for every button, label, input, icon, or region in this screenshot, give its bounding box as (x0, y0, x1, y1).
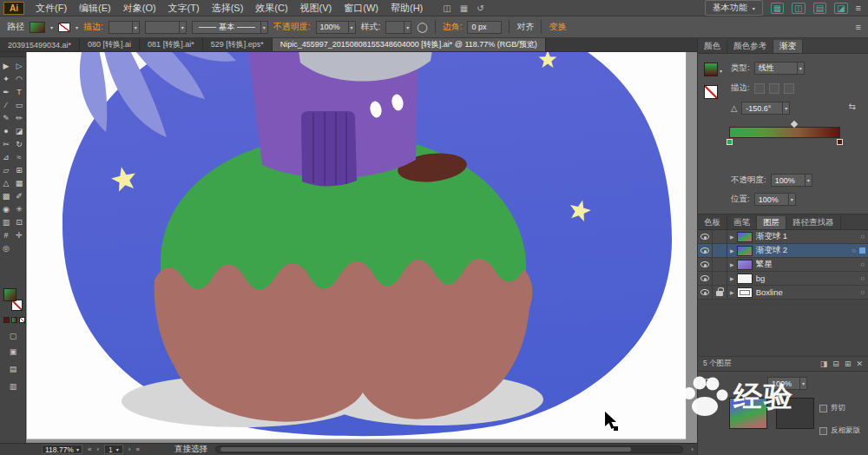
width-tool-icon[interactable]: ≈ (13, 150, 26, 163)
lock-cell[interactable] (713, 230, 727, 244)
mesh-tool-icon[interactable]: ▦ (13, 176, 26, 189)
fill-dropdown-icon[interactable]: ▾ (50, 24, 53, 30)
lock-cell[interactable] (713, 244, 727, 258)
menu-hamburger-icon[interactable]: ≡ (856, 3, 861, 13)
workspace-switcher-button[interactable]: 基本功能 ▾ (705, 0, 763, 16)
selection-tool-icon[interactable]: ▶ (0, 59, 13, 72)
invert-mask-checkbox[interactable]: 反相蒙版 (819, 425, 860, 436)
checkbox-icon[interactable] (819, 427, 827, 435)
layer-name[interactable]: bg (756, 274, 861, 283)
perspective-grid-tool-icon[interactable]: △ (0, 176, 13, 189)
gradient-location-input[interactable]: 100% ▾ (754, 193, 796, 206)
draw-behind-mode-button[interactable]: ▣ (0, 347, 26, 356)
pencil-tool-icon[interactable]: ✏ (13, 111, 26, 124)
target-circle-icon[interactable]: ○ (860, 274, 865, 282)
opacity-input[interactable]: 100% ▾ (316, 21, 356, 34)
slice-tool-icon[interactable]: # (0, 228, 13, 241)
next-artboard-icon[interactable]: › (128, 445, 131, 453)
blob-brush-tool-icon[interactable]: ● (0, 124, 13, 137)
previous-artboard-icon[interactable]: ‹ (96, 445, 99, 453)
type-tool-icon[interactable]: T (13, 85, 26, 98)
gradient-button[interactable] (11, 317, 17, 323)
stroke-dropdown-icon[interactable]: ▾ (76, 24, 78, 30)
fill-proxy-swatch[interactable] (3, 288, 16, 301)
stroke-gradient-along-icon[interactable] (769, 83, 779, 94)
layer-name[interactable]: 渐变球 1 (756, 231, 861, 242)
document-tab[interactable]: 081 [转换].ai* (140, 38, 203, 51)
layout-grid-icon[interactable]: ▦ (460, 3, 468, 13)
gradient-angle-input[interactable]: -150.6° ▾ (741, 102, 790, 115)
make-mask-icon[interactable]: ◨ (820, 359, 828, 368)
lock-icon[interactable] (713, 286, 727, 300)
magic-wand-tool-icon[interactable]: ✦ (0, 72, 13, 85)
align-label[interactable]: 对齐 (516, 21, 534, 33)
document-tab[interactable]: 080 [转换].ai (80, 38, 140, 51)
corner-input[interactable]: 0 px (467, 21, 502, 34)
visibility-eye-icon[interactable] (698, 272, 713, 286)
gradient-swatch-dropdown-icon[interactable]: ▾ (720, 68, 722, 74)
controlbar-hamburger-icon[interactable]: ≡ (856, 22, 861, 32)
mask-thumbnail[interactable] (776, 398, 814, 429)
menu-item[interactable]: 帮助(H) (385, 0, 429, 16)
expand-triangle-icon[interactable]: ▶ (730, 261, 734, 267)
none-button[interactable] (19, 317, 25, 323)
opacity-link[interactable]: 不透明度: (273, 21, 311, 33)
workspace-icon[interactable]: ▤ (813, 3, 826, 14)
workspace-icon[interactable]: ▦ (771, 3, 784, 14)
canvas-workspace[interactable] (26, 52, 697, 443)
menu-item[interactable]: 选择(S) (206, 0, 250, 16)
gradient-opacity-input[interactable]: 100% ▾ (771, 174, 812, 187)
lock-cell[interactable] (713, 258, 727, 272)
checkbox-icon[interactable] (819, 405, 827, 412)
gradient-swatch[interactable] (704, 63, 718, 76)
symbol-sprayer-tool-icon[interactable]: ✳ (13, 202, 26, 215)
menu-item[interactable]: 效果(C) (249, 0, 293, 16)
tower-door-shape[interactable] (301, 111, 357, 187)
workspace-icon[interactable]: ◪ (834, 3, 847, 14)
delete-layer-icon[interactable]: ✕ (856, 359, 863, 368)
clip-checkbox[interactable]: 剪切 (819, 403, 845, 413)
target-circle-icon[interactable]: ○ (860, 260, 865, 268)
menu-item[interactable]: 视图(V) (294, 0, 339, 16)
visibility-eye-icon[interactable] (698, 258, 713, 272)
brush-definition-select[interactable]: 基本 ▾ (192, 21, 268, 34)
stroke-color-swatch[interactable] (58, 23, 70, 32)
gradient-tool-icon[interactable]: ▩ (0, 189, 13, 202)
new-sublayer-icon[interactable]: ⊟ (832, 359, 839, 368)
stroke-weight-select[interactable]: ▾ (108, 21, 140, 34)
blend-tool-icon[interactable]: ◉ (0, 202, 13, 215)
artboard-number-select[interactable]: 1 ▾ (104, 445, 123, 454)
brown-ground-shape[interactable] (155, 259, 533, 422)
expand-triangle-icon[interactable]: ▶ (730, 247, 734, 254)
variable-width-profile-select[interactable]: ▾ (145, 21, 187, 34)
expand-triangle-icon[interactable]: ▶ (730, 289, 734, 295)
sync-icon[interactable]: ↺ (477, 3, 483, 13)
gradient-bar[interactable] (729, 127, 840, 138)
line-segment-tool-icon[interactable]: ∕ (0, 98, 13, 111)
panel-tab[interactable]: 画笔 (727, 216, 757, 229)
menu-item[interactable]: 文字(T) (162, 0, 206, 16)
gradient-stop-start[interactable] (727, 139, 733, 145)
workspace-icon[interactable]: ◫ (792, 3, 805, 14)
layer-row[interactable]: ▶ 繁星 ○ (698, 258, 868, 272)
fill-color-swatch[interactable] (30, 22, 45, 33)
gradient-slider[interactable] (729, 127, 840, 138)
scissors-tool-icon[interactable]: ✂ (0, 137, 13, 150)
panel-tab[interactable]: 渐变 (773, 40, 803, 53)
hand-tool-icon[interactable]: ✛ (13, 228, 26, 241)
bridge-icon[interactable]: ◫ (443, 3, 450, 13)
direct-selection-tool-icon[interactable]: ▷ (13, 59, 26, 72)
lock-cell[interactable] (713, 272, 727, 286)
layer-row[interactable]: ▶ 渐变球 2 ○ (698, 244, 868, 258)
panel-tab[interactable]: 颜色参考 (727, 40, 773, 53)
shape-builder-tool-icon[interactable]: ⊞ (13, 163, 26, 176)
horizontal-scrollbar[interactable] (215, 445, 683, 453)
pen-tool-icon[interactable]: ✒ (0, 85, 13, 98)
layer-name[interactable]: 繁星 (756, 259, 861, 270)
gradient-type-select[interactable]: 线性 ▾ (754, 62, 805, 75)
eraser-tool-icon[interactable]: ◪ (13, 124, 26, 137)
artwork-canvas[interactable] (26, 52, 697, 443)
last-artboard-icon[interactable]: » (136, 445, 140, 453)
target-circle-icon[interactable]: ○ (852, 247, 856, 254)
screen-mode-button[interactable]: ▤ (0, 365, 26, 373)
